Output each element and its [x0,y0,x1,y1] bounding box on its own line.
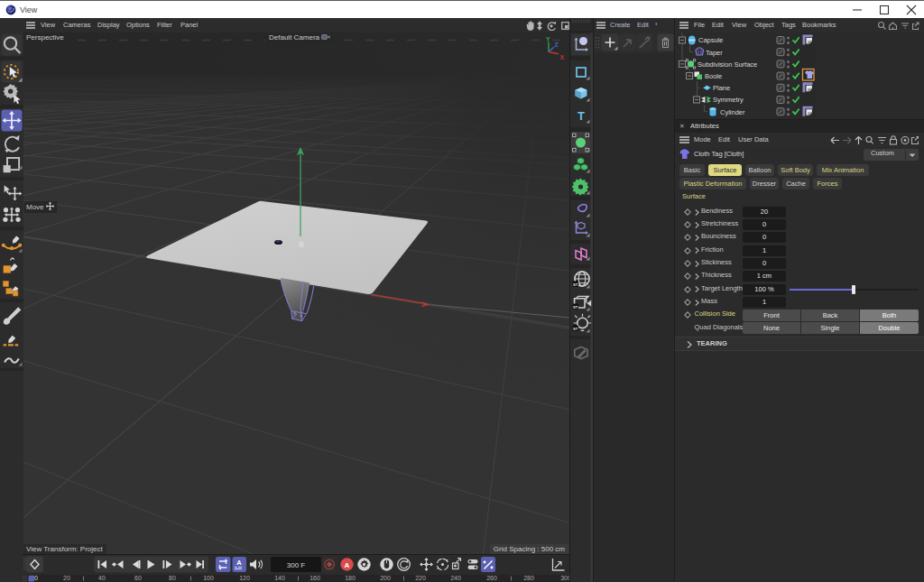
svg-text:300 F: 300 F [287,561,306,569]
svg-text:60: 60 [134,575,142,581]
svg-text:220: 220 [415,575,426,581]
svg-text:ST: ST [573,282,578,287]
svg-text:Boole: Boole [705,72,722,80]
svg-text:Cylinder: Cylinder [720,108,745,116]
svg-text:Y: Y [546,36,550,42]
svg-text:Subdivision Surface: Subdivision Surface [698,60,757,69]
svg-text:200: 200 [380,575,391,581]
svg-text:120: 120 [239,575,250,581]
svg-text:240: 240 [450,575,461,581]
svg-text:0: 0 [34,575,38,581]
svg-text:80: 80 [169,575,176,581]
svg-text:A: A [345,561,350,569]
svg-text:Plane: Plane [713,84,730,92]
svg-text:Capsule: Capsule [698,36,724,44]
svg-text:40: 40 [98,575,106,581]
svg-text:300: 300 [560,575,569,581]
svg-text:280: 280 [523,575,534,581]
svg-text:Symmetry: Symmetry [713,96,744,104]
svg-text:Z: Z [555,42,559,48]
svg-text:100: 100 [203,575,214,581]
svg-text:T: T [578,109,585,123]
svg-text:140: 140 [274,575,285,581]
svg-text:Taper: Taper [706,49,723,57]
svg-text:ST: ST [573,305,578,309]
svg-text:20: 20 [63,575,70,581]
svg-text:ST: ST [573,327,578,331]
svg-text:160: 160 [310,575,320,581]
svg-text:180: 180 [345,575,356,581]
svg-text:A: A [236,559,242,567]
svg-text:260: 260 [486,575,497,581]
svg-text:X: X [560,54,565,60]
